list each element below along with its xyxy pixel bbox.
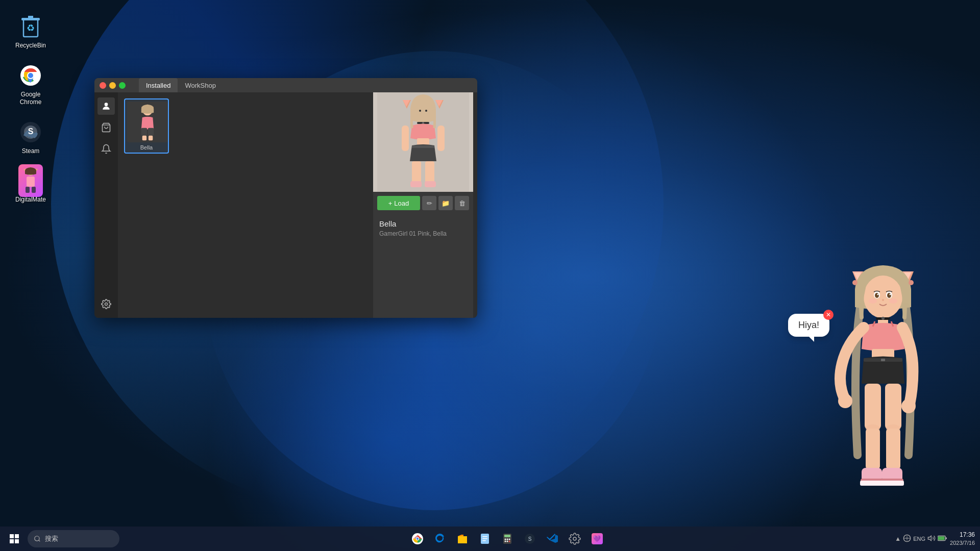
sidebar-btn-settings[interactable] xyxy=(97,295,115,313)
svg-rect-11 xyxy=(27,177,35,187)
sidebar-btn-shop[interactable] xyxy=(97,119,115,136)
taskbar-file-explorer[interactable] xyxy=(452,529,473,549)
desktop-icon-recycle-bin[interactable]: ♻ RecycleBin xyxy=(10,10,51,54)
svg-point-83 xyxy=(909,280,914,285)
desktop-icon-steam[interactable]: S Steam xyxy=(10,116,51,160)
taskbar-clock[interactable]: 17:36 2023/7/16 xyxy=(950,531,975,547)
taskbar-steam[interactable]: S xyxy=(520,529,540,549)
plus-icon: + xyxy=(388,199,393,207)
desktop-icon-chrome[interactable]: Google Chrome xyxy=(10,59,51,111)
window-sidebar xyxy=(94,92,118,318)
svg-point-14 xyxy=(105,103,108,106)
digitalmate-label: DigitalMate xyxy=(15,196,46,204)
clock-time: 17:36 xyxy=(950,531,975,539)
character-grid: Bella xyxy=(118,92,373,318)
speech-text: Hiya! xyxy=(798,320,819,330)
app-window: Installed WorkShop xyxy=(94,78,477,318)
taskbar-edge[interactable] xyxy=(430,529,450,549)
language-indicator: ENG xyxy=(913,536,925,542)
svg-rect-112 xyxy=(945,537,947,539)
svg-point-103 xyxy=(506,541,508,542)
taskbar-center-icons: S 💜 xyxy=(119,529,895,549)
svg-rect-73 xyxy=(886,429,900,469)
folder-button[interactable]: 📁 xyxy=(438,196,453,210)
edit-button[interactable]: ✏ xyxy=(422,196,436,210)
taskbar-chrome[interactable] xyxy=(407,529,428,549)
volume-icon[interactable] xyxy=(927,534,936,544)
window-minimize-button[interactable] xyxy=(109,82,116,89)
tab-installed[interactable]: Installed xyxy=(139,78,178,92)
svg-text:S: S xyxy=(28,127,34,136)
delete-button[interactable]: 🗑 xyxy=(455,196,469,210)
chrome-icon xyxy=(18,63,43,88)
svg-rect-43 xyxy=(437,126,445,151)
svg-point-62 xyxy=(881,317,885,320)
desktop-icon-digitalmate[interactable]: DigitalMate xyxy=(10,164,51,208)
svg-rect-23 xyxy=(148,128,154,135)
window-titlebar: Installed WorkShop xyxy=(94,78,477,92)
svg-rect-69 xyxy=(885,384,901,430)
start-button[interactable] xyxy=(5,530,23,548)
svg-rect-86 xyxy=(10,539,14,543)
taskbar-settings[interactable] xyxy=(565,529,585,549)
svg-rect-111 xyxy=(938,536,945,540)
svg-point-57 xyxy=(882,299,884,301)
svg-point-33 xyxy=(425,110,427,112)
svg-point-32 xyxy=(419,110,421,112)
character-description: GamerGirl 01 Pink, Bella xyxy=(379,230,467,237)
svg-point-59 xyxy=(889,298,897,304)
svg-point-88 xyxy=(35,536,39,541)
window-maximize-button[interactable] xyxy=(119,82,126,89)
svg-rect-98 xyxy=(504,535,510,537)
desktop-icons: ♻ RecycleBin Google Chrome xyxy=(0,0,61,218)
sidebar-btn-profile[interactable] xyxy=(97,97,115,115)
svg-point-50 xyxy=(864,276,902,318)
svg-rect-87 xyxy=(15,539,19,543)
svg-rect-67 xyxy=(881,359,885,361)
svg-point-58 xyxy=(869,298,877,304)
svg-point-99 xyxy=(504,539,506,540)
load-button[interactable]: + Load xyxy=(377,196,420,210)
svg-point-16 xyxy=(105,303,108,306)
recycle-bin-icon: ♻ xyxy=(18,14,43,39)
svg-rect-85 xyxy=(15,534,19,538)
svg-point-5 xyxy=(28,73,33,78)
taskbar-vscode[interactable] xyxy=(542,529,562,549)
taskbar-notepad[interactable] xyxy=(475,529,495,549)
svg-point-80 xyxy=(838,394,852,408)
svg-text:♻: ♻ xyxy=(27,23,35,33)
clock-date: 2023/7/16 xyxy=(950,539,975,547)
system-tray-expand[interactable]: ▲ xyxy=(895,535,901,542)
steam-icon: S xyxy=(18,120,43,144)
window-close-button[interactable] xyxy=(100,82,106,89)
svg-text:S: S xyxy=(528,536,531,542)
svg-marker-109 xyxy=(928,536,931,540)
window-content: Bella xyxy=(118,92,477,318)
svg-rect-40 xyxy=(410,181,422,187)
network-icon[interactable] xyxy=(903,534,911,544)
svg-rect-22 xyxy=(141,128,147,135)
steam-label: Steam xyxy=(22,147,40,156)
taskbar-search[interactable]: 搜索 xyxy=(28,530,119,547)
character-preview-panel: + Load ✏ 📁 🗑 Bella GamerGirl 01 Pink, Be… xyxy=(373,92,473,318)
svg-rect-79 xyxy=(880,481,904,486)
svg-rect-42 xyxy=(402,126,409,151)
svg-rect-84 xyxy=(10,534,14,538)
character-card-bella[interactable]: Bella xyxy=(124,98,169,154)
recycle-bin-label: RecycleBin xyxy=(15,42,46,50)
battery-icon xyxy=(938,535,947,543)
taskbar-digitalmate[interactable]: 💜 xyxy=(587,529,607,549)
svg-point-104 xyxy=(508,541,510,542)
speech-bubble: ✕ Hiya! xyxy=(788,314,829,337)
tab-workshop[interactable]: WorkShop xyxy=(178,78,223,92)
character-name: Bella xyxy=(379,219,467,228)
svg-point-102 xyxy=(504,541,506,542)
svg-point-100 xyxy=(506,539,508,540)
taskbar-calculator[interactable] xyxy=(497,529,518,549)
svg-rect-72 xyxy=(866,429,880,469)
svg-rect-37 xyxy=(412,145,434,148)
svg-rect-36 xyxy=(417,138,429,145)
taskbar-right: ▲ ENG xyxy=(895,531,975,547)
sidebar-btn-notifications[interactable] xyxy=(97,140,115,158)
svg-rect-95 xyxy=(482,538,487,539)
